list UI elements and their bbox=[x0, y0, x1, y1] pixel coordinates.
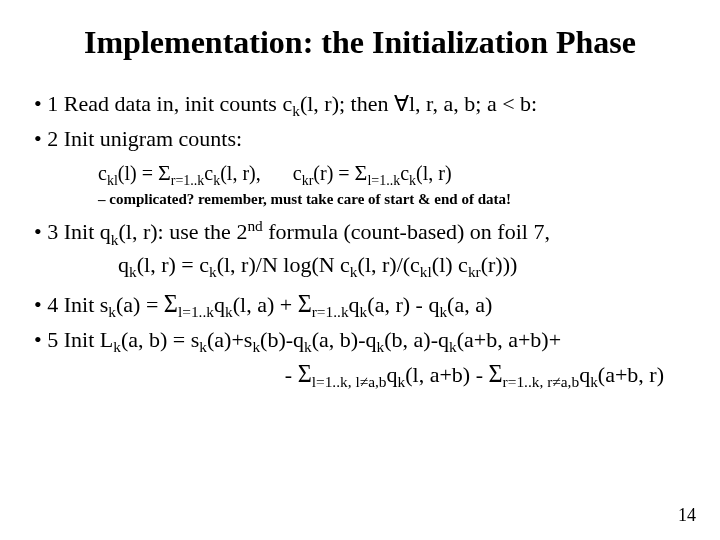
bullet-list: 1 Read data in, init counts ck(l, r); th… bbox=[28, 89, 692, 154]
page-number: 14 bbox=[678, 505, 696, 526]
bullet-1: 1 Read data in, init counts ck(l, r); th… bbox=[34, 89, 692, 122]
bullet-3: 3 Init qk(l, r): use the 2nd formula (co… bbox=[34, 216, 692, 251]
bullet-list-2: 3 Init qk(l, r): use the 2nd formula (co… bbox=[28, 216, 692, 251]
slide-title: Implementation: the Initialization Phase bbox=[28, 24, 692, 61]
formula-qk: qk(l, r) = ck(l, r)/N log(N ck(l, r)/(ck… bbox=[118, 252, 692, 281]
bullet-list-3: 4 Init sk(a) = Σl=1..kqk(l, a) + Σr=1..k… bbox=[28, 288, 692, 358]
bullet-5: 5 Init Lk(a, b) = sk(a)+sk(b)-qk(a, b)-q… bbox=[34, 325, 692, 358]
bullet-4: 4 Init sk(a) = Σl=1..kqk(l, a) + Σr=1..k… bbox=[34, 288, 692, 323]
formula-Lk-cont: - Σl=1..k, l≠a,bqk(l, a+b) - Σr=1..k, r≠… bbox=[28, 360, 664, 391]
bullet-2: 2 Init unigram counts: bbox=[34, 124, 692, 154]
sub-note: complicated? remember, must take care of… bbox=[98, 191, 692, 208]
formula-ckl-ckr: ckl(l) = Σr=1..kck(l, r),ckr(r) = Σl=1..… bbox=[98, 160, 692, 189]
